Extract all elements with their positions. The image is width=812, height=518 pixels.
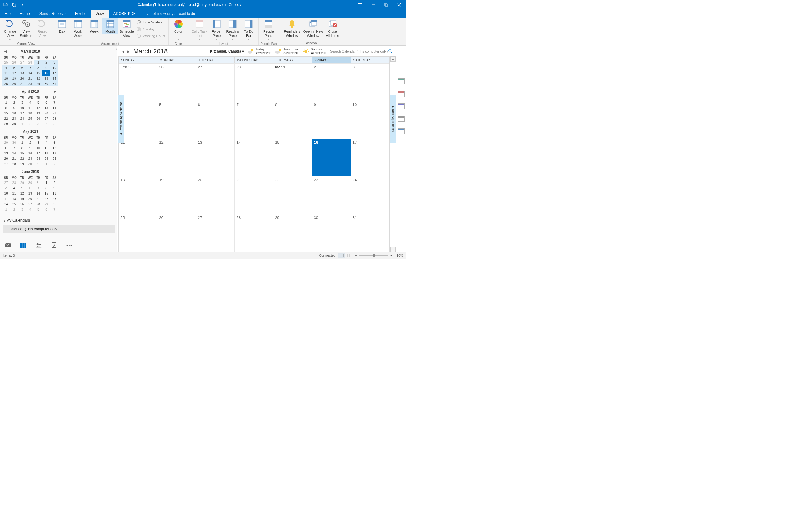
overlay-button[interactable]: Overlay bbox=[137, 26, 165, 32]
calendar-day-cell[interactable]: 10 bbox=[351, 101, 389, 139]
mini-cal-day[interactable]: 25 bbox=[2, 60, 10, 65]
mini-cal-day[interactable]: 18 bbox=[10, 196, 18, 201]
calendar-day-cell[interactable]: 22 bbox=[273, 176, 312, 214]
nav-people-icon[interactable] bbox=[35, 242, 42, 248]
mini-cal-day[interactable]: 4 bbox=[10, 185, 18, 191]
nav-collapse-button[interactable]: ‹ bbox=[115, 47, 117, 51]
mini-cal-day[interactable]: 16 bbox=[51, 191, 58, 196]
mini-cal-day[interactable]: 12 bbox=[51, 145, 58, 151]
mini-cal-day[interactable]: 22 bbox=[42, 196, 51, 201]
mini-cal-day[interactable]: 24 bbox=[34, 156, 42, 161]
mini-cal-day[interactable]: 30 bbox=[51, 201, 58, 207]
mini-cal-day[interactable]: 8 bbox=[2, 105, 10, 110]
mini-cal-day[interactable]: 15 bbox=[34, 71, 42, 76]
mini-cal-day[interactable]: 18 bbox=[2, 76, 10, 81]
mini-cal-day[interactable]: 11 bbox=[26, 105, 34, 110]
mini-cal-day[interactable]: 10 bbox=[51, 65, 58, 71]
mini-cal-day[interactable]: 31 bbox=[34, 180, 42, 185]
nav-mail-icon[interactable] bbox=[4, 242, 11, 248]
daily-task-list-button[interactable]: Daily Task List▾ bbox=[190, 18, 209, 42]
mini-cal-day[interactable]: 19 bbox=[10, 76, 18, 81]
my-calendars-header[interactable]: My Calendars bbox=[3, 217, 115, 224]
mini-cal-day[interactable]: 21 bbox=[10, 156, 18, 161]
todo-bar-button[interactable]: To-Do Bar▾ bbox=[241, 18, 257, 42]
mini-cal-day[interactable]: 5 bbox=[34, 207, 42, 212]
mini-cal-day[interactable]: 14 bbox=[26, 71, 34, 76]
mini-cal-day[interactable]: 23 bbox=[42, 76, 51, 81]
mini-cal-day[interactable]: 2 bbox=[10, 100, 18, 105]
mini-cal-day[interactable]: 9 bbox=[26, 145, 34, 151]
calendar-day-cell[interactable]: 15 bbox=[273, 139, 312, 176]
working-hours-button[interactable]: Working Hours bbox=[137, 33, 165, 39]
calendar-day-cell[interactable]: 31 bbox=[351, 214, 389, 251]
folder-pane-button[interactable]: Folder Pane▾ bbox=[209, 18, 225, 42]
calendar-day-cell[interactable]: 27 bbox=[196, 214, 235, 251]
mini-cal-day[interactable]: 11 bbox=[42, 145, 51, 151]
tab-send-receive[interactable]: Send / Receive bbox=[35, 9, 70, 18]
zoom-out-button[interactable]: − bbox=[355, 254, 357, 257]
calendar-day-cell[interactable]: 14 bbox=[235, 139, 273, 176]
mini-cal-day[interactable]: 9 bbox=[10, 105, 18, 110]
mini-cal-day[interactable]: 26 bbox=[10, 81, 18, 86]
day-view-button[interactable]: Day bbox=[54, 18, 70, 42]
calendar-day-cell[interactable]: 19 bbox=[157, 176, 196, 214]
mini-cal-day[interactable]: 21 bbox=[51, 110, 58, 116]
undo-icon[interactable] bbox=[11, 2, 17, 7]
mini-cal-day[interactable]: 25 bbox=[10, 201, 18, 207]
mini-cal-day[interactable]: 21 bbox=[26, 76, 34, 81]
color-button[interactable]: Color▾ bbox=[170, 18, 186, 42]
mini-cal-day[interactable]: 25 bbox=[2, 81, 10, 86]
mini-cal-day[interactable]: 28 bbox=[26, 60, 34, 65]
mini-cal-day[interactable]: 15 bbox=[42, 191, 51, 196]
peek-tasks-icon[interactable] bbox=[398, 103, 405, 109]
mini-cal-day[interactable]: 16 bbox=[26, 151, 34, 156]
calendar-day-cell[interactable]: 29 bbox=[273, 214, 312, 251]
mini-cal-day[interactable]: 1 bbox=[2, 207, 10, 212]
mini-cal-day[interactable]: 2 bbox=[10, 207, 18, 212]
calendar-day-cell[interactable]: 8 bbox=[273, 101, 312, 139]
mini-cal-day[interactable]: 30 bbox=[26, 161, 34, 167]
mini-cal-day[interactable]: 19 bbox=[51, 151, 58, 156]
calendar-day-cell[interactable]: 25 bbox=[119, 214, 157, 251]
change-view-button[interactable]: Change View▾ bbox=[2, 18, 18, 42]
mini-cal-day[interactable]: 2 bbox=[26, 121, 34, 127]
calendar-day-cell[interactable]: 28 bbox=[235, 214, 273, 251]
mini-cal-day[interactable]: 28 bbox=[10, 161, 18, 167]
mini-cal-day[interactable]: 6 bbox=[42, 100, 51, 105]
mini-cal-day[interactable]: 10 bbox=[18, 105, 26, 110]
mini-cal-day[interactable]: 26 bbox=[34, 116, 42, 121]
mini-cal-day[interactable]: 6 bbox=[2, 145, 10, 151]
peek-icon-4[interactable] bbox=[398, 116, 405, 122]
mini-cal-day[interactable]: 2 bbox=[51, 180, 58, 185]
mini-cal-day[interactable]: 1 bbox=[42, 161, 51, 167]
close-all-items-button[interactable]: Close All Items bbox=[324, 18, 340, 38]
mini-cal-day[interactable]: 22 bbox=[18, 156, 26, 161]
open-in-new-window-button[interactable]: Open in New Window bbox=[302, 18, 324, 38]
zoom-slider[interactable]: − + 10% bbox=[355, 254, 403, 257]
calendar-day-cell[interactable]: 3 bbox=[351, 63, 389, 101]
mini-cal-day[interactable]: 4 bbox=[42, 140, 51, 145]
mini-cal-day[interactable]: 15 bbox=[2, 110, 10, 116]
calendar-day-cell[interactable]: Feb 25 bbox=[119, 63, 157, 101]
weather-tomorrow[interactable]: Tomorrow35°F/21°F bbox=[274, 48, 298, 55]
mini-cal-day[interactable]: 5 bbox=[18, 185, 26, 191]
mini-cal-day[interactable]: 31 bbox=[34, 161, 42, 167]
mini-cal-day[interactable]: 7 bbox=[51, 207, 58, 212]
mini-cal-day[interactable]: 25 bbox=[26, 116, 34, 121]
calendar-day-cell[interactable]: 24 bbox=[351, 176, 389, 214]
calendar-day-cell[interactable]: 28 bbox=[235, 63, 273, 101]
mini-cal-day[interactable]: 13 bbox=[42, 105, 51, 110]
mini-cal-day[interactable]: 17 bbox=[51, 71, 58, 76]
mini-cal-day[interactable]: 19 bbox=[34, 110, 42, 116]
mini-cal-day[interactable]: 8 bbox=[34, 65, 42, 71]
mini-cal-day[interactable]: 27 bbox=[2, 180, 10, 185]
schedule-view-button[interactable]: Schedule View bbox=[118, 18, 135, 38]
previous-appointment-button[interactable]: ▶Previous Appointment bbox=[118, 95, 124, 142]
month-view-button[interactable]: Month bbox=[102, 18, 118, 34]
mini-cal-day[interactable]: 30 bbox=[10, 121, 18, 127]
mini-cal-day[interactable]: 3 bbox=[34, 121, 42, 127]
mini-cal-day[interactable]: 1 bbox=[42, 180, 51, 185]
mini-cal-day[interactable]: 31 bbox=[51, 81, 58, 86]
week-view-button[interactable]: Week bbox=[86, 18, 102, 42]
mini-cal-day[interactable]: 24 bbox=[2, 201, 10, 207]
